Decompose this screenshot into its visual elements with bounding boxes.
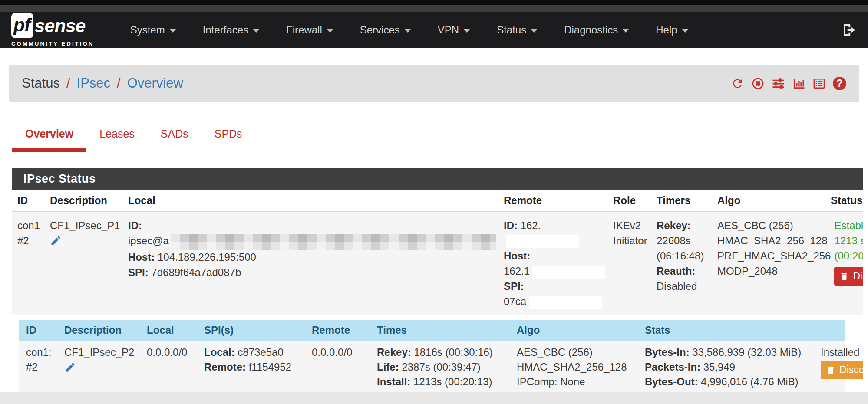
caret-down-icon	[623, 29, 629, 33]
top-navbar: pfsense COMMUNITY EDITION System Interfa…	[0, 12, 868, 48]
status-established: Establ	[834, 218, 863, 233]
caret-down-icon	[464, 29, 470, 33]
stop-circle-icon[interactable]	[751, 77, 765, 90]
col-header-local: Local	[128, 194, 504, 207]
menu-item-status[interactable]: Status	[483, 24, 551, 36]
col-header-id: ID	[17, 194, 50, 207]
cell-description: CF1_IPsec_P1	[50, 218, 128, 309]
caret-down-icon	[682, 29, 688, 33]
menu-item-firewall[interactable]: Firewall	[273, 24, 347, 36]
trash-icon	[826, 365, 835, 375]
tab-leases[interactable]: Leases	[86, 122, 148, 152]
trash-icon	[839, 272, 849, 281]
child-sa-table: ID Description Local SPI(s) Remote Times…	[19, 320, 845, 404]
list-view-icon[interactable]	[812, 77, 826, 90]
col-header-role: Role	[613, 194, 657, 207]
col-header-remote: Remote	[504, 194, 613, 207]
col-header-spis: SPI(s)	[204, 324, 312, 336]
col-header-times: Times	[377, 324, 517, 336]
disconnect-button[interactable]: Disco	[821, 361, 863, 379]
col-header-id: ID	[26, 324, 64, 336]
edit-pencil-icon[interactable]	[50, 235, 125, 250]
cell-remote: ID: 162. Host: 162.1 SPI: 07ca	[504, 218, 613, 309]
col-header-description: Description	[64, 324, 147, 336]
help-circle-icon[interactable]	[833, 77, 846, 90]
refresh-icon[interactable]	[731, 77, 744, 90]
tab-sads[interactable]: SADs	[148, 122, 201, 152]
cell-local: ID: ipsec@a Host: 104.189.226.195:500 SP…	[128, 218, 504, 309]
ipsec-tabs: Overview Leases SADs SPDs	[12, 122, 868, 152]
col-header-stats: Stats	[645, 324, 821, 336]
cell-id: con1 #2	[17, 218, 50, 309]
parent-table-header-row: ID Description Local Remote Role Timers …	[12, 190, 863, 212]
status-installed: Installed	[821, 345, 863, 360]
menu-item-vpn[interactable]: VPN	[424, 24, 483, 36]
sign-out-icon[interactable]	[841, 22, 857, 38]
col-header-local: Local	[147, 324, 204, 336]
breadcrumb-ipsec-link[interactable]: IPsec	[77, 76, 111, 91]
col-header-status: Status	[831, 194, 863, 207]
cell-status: Establ 1213 s (00:20 Dis	[834, 218, 863, 309]
sliders-icon[interactable]	[772, 77, 785, 90]
col-header-description: Description	[50, 194, 128, 207]
pfsense-logo-sense: sense	[35, 16, 86, 35]
bar-chart-icon[interactable]	[792, 77, 805, 90]
redacted-box	[529, 296, 602, 309]
cell-timers: Rekey: 22608s (06:16:48) Reauth: Disable…	[657, 218, 717, 309]
tab-spds[interactable]: SPDs	[201, 122, 255, 152]
menu-item-help[interactable]: Help	[642, 24, 701, 36]
edit-pencil-icon[interactable]	[64, 361, 143, 377]
main-menu: System Interfaces Firewall Services VPN …	[117, 24, 702, 36]
caret-down-icon	[327, 29, 333, 33]
page-action-icons	[731, 77, 846, 90]
breadcrumb-separator: /	[117, 76, 121, 91]
community-edition-label: COMMUNITY EDITION	[11, 40, 94, 47]
ipsec-status-panel: IPsec Status ID Description Local Remote…	[12, 168, 863, 404]
menu-item-interfaces[interactable]: Interfaces	[189, 24, 273, 36]
panel-title: IPsec Status	[12, 168, 863, 190]
window-top-strip	[0, 0, 868, 5]
col-header-timers: Timers	[657, 194, 717, 207]
pfsense-logo-pf: pf	[11, 13, 33, 38]
menu-item-system[interactable]: System	[117, 24, 189, 36]
tab-overview[interactable]: Overview	[12, 122, 86, 152]
col-header-algo: Algo	[717, 194, 831, 207]
redacted-box	[506, 235, 579, 248]
pfsense-ipsec-status-page: pfsense COMMUNITY EDITION System Interfa…	[0, 0, 868, 404]
breadcrumb-separator: /	[66, 76, 70, 91]
redacted-blur	[171, 234, 496, 250]
breadcrumb-status: Status	[22, 76, 60, 91]
child-table-header-row: ID Description Local SPI(s) Remote Times…	[19, 320, 845, 341]
breadcrumb-overview-link[interactable]: Overview	[127, 76, 183, 91]
menu-item-services[interactable]: Services	[347, 24, 424, 36]
table-row: con1 #2 CF1_IPsec_P1 ID: ipsec@a Host: 1…	[12, 212, 863, 315]
cell-algo: AES_CBC (256) HMAC_SHA2_256_128 PRF_HMAC…	[717, 218, 834, 309]
browser-chrome-strip	[0, 5, 868, 12]
cell-role: IKEv2 Initiator	[613, 218, 657, 309]
breadcrumb-bar: Status / IPsec / Overview	[9, 65, 859, 102]
caret-down-icon	[253, 29, 259, 33]
redacted-box	[532, 266, 605, 279]
caret-down-icon	[405, 29, 411, 33]
disconnect-button[interactable]: Dis	[834, 267, 863, 286]
pfsense-logo[interactable]: pfsense COMMUNITY EDITION	[11, 13, 94, 47]
col-header-remote: Remote	[312, 324, 377, 336]
page-bottom-background	[0, 392, 868, 404]
menu-item-diagnostics[interactable]: Diagnostics	[551, 24, 642, 36]
caret-down-icon	[170, 29, 176, 33]
caret-down-icon	[531, 29, 537, 33]
col-header-algo: Algo	[517, 324, 645, 336]
pfsense-logo-wordmark: pfsense	[11, 13, 94, 38]
